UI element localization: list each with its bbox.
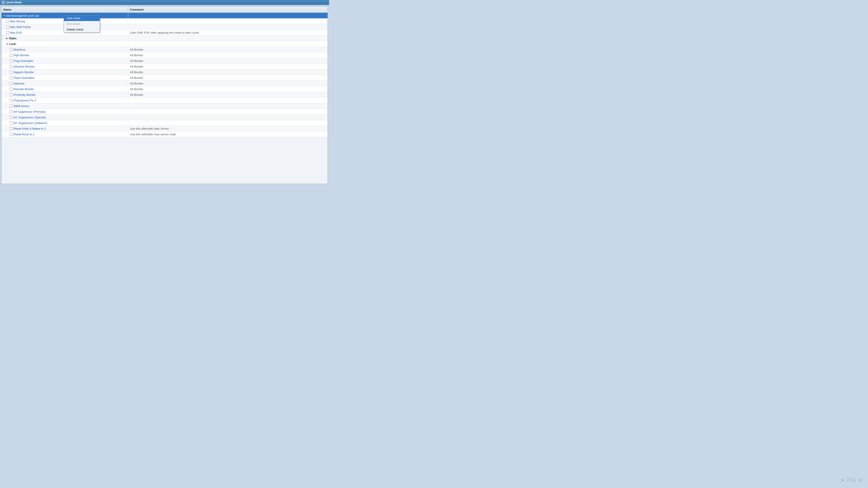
checkbox-max-money[interactable] <box>6 20 9 23</box>
name-cell-molotovs: Molotovs <box>2 47 128 52</box>
row-label-attractor: Attractor <box>13 82 25 85</box>
table-row-flash-grenades[interactable]: Flash GrenadesAll Bombs <box>2 75 328 80</box>
row-label: bendsavegame\.ps4\.sav <box>6 14 39 18</box>
table-row-9999-ammo[interactable]: 9999 Ammo <box>2 103 328 109</box>
edit-cheat-menu-item: Edit cheat... <box>64 21 100 27</box>
group-label: Loot: <box>9 42 17 46</box>
add-cheat-menu-item[interactable]: Add cheat... <box>64 15 100 21</box>
comment-cell-loot-group <box>128 43 328 44</box>
row-label-molotovs: Molotovs <box>13 48 25 51</box>
checkbox-pipe-bombs[interactable] <box>10 54 13 57</box>
name-cell-attractor-bombs: Attractor Bombs <box>2 64 128 69</box>
table-row-attractor-bombs[interactable]: Attractor BombsAll Bombs <box>2 64 328 69</box>
name-cell-loot-group: ▼Loot: <box>2 41 128 46</box>
comment-cell-pipe-bombs: All Bombs <box>128 53 328 58</box>
checkbox-9999-ammo[interactable] <box>10 105 13 107</box>
table-row-max-skill-points[interactable]: Max Skill Points <box>2 24 328 30</box>
table-row-inf-suppressor-special[interactable]: Inf. Suppressor (Special) <box>2 115 328 120</box>
comment-cell-max-exp: Gain ONE EXP after applying the cheat to… <box>128 30 328 35</box>
table-row-inf-suppressor-sidearm[interactable]: Inf. Suppressor (Sidearm) <box>2 120 328 126</box>
column-header-comment: Comment <box>128 7 328 12</box>
comment-cell-polystyrene-fix-2 <box>128 100 328 101</box>
checkbox-attractor[interactable] <box>10 82 13 85</box>
table-row-reset-rock[interactable]: Reset Rock to 1Use this with/after max a… <box>2 131 328 137</box>
checkbox-reset-rock[interactable] <box>10 133 13 136</box>
table-row-napalm-bombs[interactable]: Napalm BombsAll Bombs <box>2 69 328 75</box>
group-label: Stats: <box>9 37 17 40</box>
checkbox-polystyrene-fix-2[interactable] <box>10 99 13 102</box>
checkbox-attractor-bombs[interactable] <box>10 65 13 68</box>
checkbox-proximity-bombs[interactable] <box>10 93 13 96</box>
row-label-pipe-bombs: Pipe Bombs <box>13 54 29 57</box>
row-label-reset-knife-melee: Reset Knife & Melee to 1 <box>13 127 46 130</box>
window-title: Quick Mode <box>6 1 22 4</box>
table-row-loot-group[interactable]: ▼Loot: <box>2 41 328 47</box>
row-label-max-skill-points: Max Skill Points <box>10 25 31 29</box>
name-cell-inf-suppressor-sidearm: Inf. Suppressor (Sidearm) <box>2 120 128 126</box>
name-cell-inf-suppressor-special: Inf. Suppressor (Special) <box>2 115 128 120</box>
row-label-reset-rock: Reset Rock to 1 <box>13 133 35 136</box>
comment-cell-napalm-bombs: All Bombs <box>128 70 328 74</box>
name-cell-frag-grenades: Frag Grenades <box>2 58 128 64</box>
comment-cell-stats-group <box>128 37 328 39</box>
checkbox-flash-grenades[interactable] <box>10 76 13 79</box>
table-row-frag-grenades[interactable]: Frag GrenadesAll Bombs <box>2 58 328 64</box>
comment-cell-proximity-bombs: All Bombs <box>128 92 328 97</box>
table-header: Name Comment <box>2 6 328 13</box>
table-row-molotovs[interactable]: MolotovsAll Bombs <box>2 47 328 53</box>
checkbox-inf-suppressor-primary[interactable] <box>10 110 13 113</box>
checkbox-max-skill-points[interactable] <box>6 26 9 29</box>
expand-icon[interactable]: ▶ <box>6 37 8 39</box>
table-row-pipe-bombs[interactable]: Pipe BombsAll Bombs <box>2 53 328 58</box>
column-header-name: Name <box>2 7 128 12</box>
checkbox-inf-suppressor-sidearm[interactable] <box>10 122 13 125</box>
checkbox-molotovs[interactable] <box>10 48 13 51</box>
row-label-proximity-bombs: Proximity Bombs <box>13 93 36 96</box>
name-cell-reset-knife-melee: Reset Knife & Melee to 1 <box>2 126 128 131</box>
name-cell-attractor: Attractor <box>2 80 128 86</box>
checkbox-remote-bombs[interactable] <box>10 88 13 91</box>
table-row-inf-suppressor-primary[interactable]: Inf Suppressor (Primary) <box>2 109 328 115</box>
name-cell-napalm-bombs: Napalm Bombs <box>2 69 128 75</box>
comment-cell-reset-knife-melee: Use this after/with Max Ammo <box>128 126 328 131</box>
table-row-max-money[interactable]: Max Money <box>2 19 328 24</box>
table-row-stats-group[interactable]: ▶Stats: <box>2 35 328 41</box>
row-label-max-money: Max Money <box>10 20 25 23</box>
comment-cell-attractor: All Bombs <box>128 81 328 86</box>
table-row-remote-bombs[interactable]: Remote BombsAll Bombs <box>2 86 328 92</box>
row-label-remote-bombs: Remote Bombs <box>13 88 34 91</box>
checkbox-max-exp[interactable] <box>6 31 9 34</box>
collapse-icon[interactable]: ▼ <box>3 14 6 17</box>
row-label-inf-suppressor-special: Inf. Suppressor (Special) <box>13 116 46 119</box>
row-label-max-exp: Max EXP <box>10 31 22 34</box>
checkbox-frag-grenades[interactable] <box>10 59 13 62</box>
comment-cell-molotovs: All Bombs <box>128 47 328 52</box>
table-row-attractor[interactable]: AttractorAll Bombs <box>2 80 328 86</box>
row-label-frag-grenades: Frag Grenades <box>13 59 33 63</box>
row-label-polystyrene-fix-2: Polystyrene Fix 2 <box>13 99 36 102</box>
checkbox-reset-knife-melee[interactable] <box>10 127 13 130</box>
table-row-root-file[interactable]: ▼bendsavegame\.ps4\.sav <box>2 13 328 19</box>
comment-cell-root-file <box>128 15 328 16</box>
row-label-9999-ammo: 9999 Ammo <box>13 104 29 108</box>
checkbox-napalm-bombs[interactable] <box>10 71 13 74</box>
row-label-inf-suppressor-primary: Inf Suppressor (Primary) <box>13 110 46 113</box>
checkbox-inf-suppressor-special[interactable] <box>10 116 13 119</box>
table-row-proximity-bombs[interactable]: Proximity BombsAll Bombs <box>2 92 328 98</box>
comment-cell-max-money <box>128 21 328 22</box>
name-cell-pipe-bombs: Pipe Bombs <box>2 53 128 58</box>
comment-cell-inf-suppressor-special <box>128 117 328 118</box>
table-row-max-exp[interactable]: Max EXPGain ONE EXP after applying the c… <box>2 30 328 35</box>
name-cell-inf-suppressor-primary: Inf Suppressor (Primary) <box>2 109 128 114</box>
app-icon <box>2 1 5 4</box>
context-menu: Add cheat...Edit cheat...Delete cheat <box>64 15 100 33</box>
row-label-napalm-bombs: Napalm Bombs <box>13 70 34 74</box>
name-cell-flash-grenades: Flash Grenades <box>2 75 128 80</box>
expand-icon[interactable]: ▼ <box>6 43 8 45</box>
title-bar: Quick Mode <box>0 0 329 5</box>
table-row-reset-knife-melee[interactable]: Reset Knife & Melee to 1Use this after/w… <box>2 126 328 131</box>
comment-cell-inf-suppressor-sidearm <box>128 122 328 124</box>
table-row-polystyrene-fix-2[interactable]: Polystyrene Fix 2 <box>2 98 328 103</box>
comment-cell-inf-suppressor-primary <box>128 111 328 112</box>
delete-cheat-menu-item[interactable]: Delete cheat <box>64 27 100 32</box>
